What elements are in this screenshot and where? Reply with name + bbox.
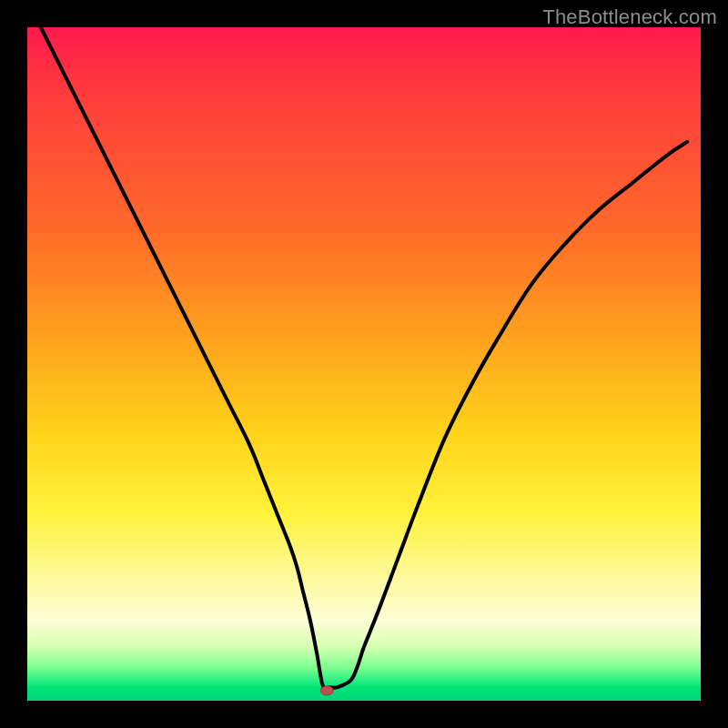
outer-frame: TheBottleneck.com (0, 0, 728, 728)
optimal-point-marker (320, 686, 333, 695)
watermark-text: TheBottleneck.com (542, 5, 717, 29)
plot-area (27, 27, 701, 701)
chart-svg (27, 27, 701, 701)
bottleneck-curve (41, 27, 687, 688)
